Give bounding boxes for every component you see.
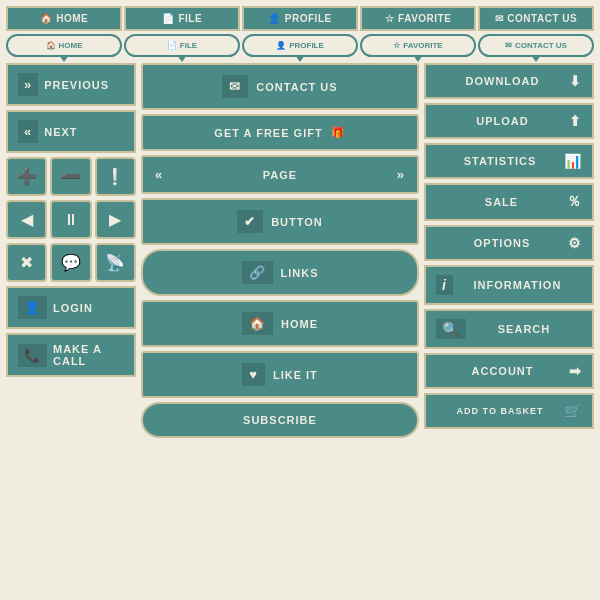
main-area: » PREVIOUS « NEXT ➕ ➖ ❕ ◀ ⏸ ▶ ✖ 💬 📡 👤 LO… bbox=[6, 63, 594, 438]
home-icon: 🏠 bbox=[242, 312, 273, 335]
chevrons-left2-icon: « bbox=[18, 120, 38, 143]
star-icon: ☆ bbox=[393, 41, 400, 50]
mid-column: ✉ CONTACT US GET A FREE GIFT 🎁 « PAGE » … bbox=[141, 63, 419, 438]
page-prev-icon: « bbox=[155, 167, 163, 182]
profile-icon: 👤 bbox=[276, 41, 286, 50]
nav-file[interactable]: 📄 FILE bbox=[124, 6, 240, 31]
login-button[interactable]: 👤 LOGIN bbox=[6, 286, 136, 329]
file-icon: 📄 bbox=[167, 41, 177, 50]
bubble-profile[interactable]: 👤 PROFILE bbox=[242, 34, 358, 57]
heart-icon: ♥ bbox=[242, 363, 265, 386]
add-button[interactable]: ➕ bbox=[6, 157, 47, 196]
pause-button[interactable]: ⏸ bbox=[50, 200, 91, 239]
icon-grid-bot: ✖ 💬 📡 bbox=[6, 243, 136, 282]
contact-us-button[interactable]: ✉ CONTACT US bbox=[141, 63, 419, 110]
make-call-button[interactable]: 📞 MAKE A CALL bbox=[6, 333, 136, 377]
download-button[interactable]: DOWNLOAD ⬇ bbox=[424, 63, 594, 99]
nav-contact-us[interactable]: ✉ CONTACT US bbox=[478, 6, 594, 31]
rss-button[interactable]: 📡 bbox=[95, 243, 136, 282]
nav-row-1: 🏠 HOME 📄 FILE 👤 PROFILE ☆ FAVORITE ✉ CON… bbox=[6, 6, 594, 31]
links-button[interactable]: 🔗 LINKS bbox=[141, 249, 419, 296]
play-button[interactable]: ▶ bbox=[95, 200, 136, 239]
upload-icon: ⬆ bbox=[569, 113, 582, 129]
upload-button[interactable]: UPLOAD ⬆ bbox=[424, 103, 594, 139]
download-icon: ⬇ bbox=[569, 73, 582, 89]
chart-icon: 📊 bbox=[564, 153, 582, 169]
bubble-home[interactable]: 🏠 HOME bbox=[6, 34, 122, 57]
page-next-icon: » bbox=[397, 167, 405, 182]
phone-icon: 📞 bbox=[18, 344, 47, 367]
subscribe-button[interactable]: SUBSCRIBE bbox=[141, 402, 419, 438]
minus-button[interactable]: ➖ bbox=[50, 157, 91, 196]
chevrons-left-icon: » bbox=[18, 73, 38, 96]
home-icon: 🏠 bbox=[40, 13, 53, 24]
nav-home[interactable]: 🏠 HOME bbox=[6, 6, 122, 31]
chat-button[interactable]: 💬 bbox=[50, 243, 91, 282]
user-icon: 👤 bbox=[18, 296, 47, 319]
sale-button[interactable]: SALE ％ bbox=[424, 183, 594, 221]
free-gift-button[interactable]: GET A FREE GIFT 🎁 bbox=[141, 114, 419, 151]
close-button[interactable]: ✖ bbox=[6, 243, 47, 282]
bubble-file[interactable]: 📄 FILE bbox=[124, 34, 240, 57]
icon-grid-top: ➕ ➖ ❕ bbox=[6, 157, 136, 196]
information-button[interactable]: i INFORMATION bbox=[424, 265, 594, 305]
file-icon: 📄 bbox=[162, 13, 175, 24]
email-icon: ✉ bbox=[222, 75, 248, 98]
right-column: DOWNLOAD ⬇ UPLOAD ⬆ STATISTICS 📊 SALE ％ … bbox=[424, 63, 594, 438]
left-column: » PREVIOUS « NEXT ➕ ➖ ❕ ◀ ⏸ ▶ ✖ 💬 📡 👤 LO… bbox=[6, 63, 136, 438]
link-icon: 🔗 bbox=[242, 261, 273, 284]
percent-icon: ％ bbox=[567, 193, 582, 211]
nav-favorite[interactable]: ☆ FAVORITE bbox=[360, 6, 476, 31]
bubble-favorite[interactable]: ☆ FAVORITE bbox=[360, 34, 476, 57]
next-button[interactable]: « NEXT bbox=[6, 110, 136, 153]
nav-profile[interactable]: 👤 PROFILE bbox=[242, 6, 358, 31]
nav-row-2: 🏠 HOME 📄 FILE 👤 PROFILE ☆ FAVORITE ✉ CON… bbox=[6, 34, 594, 57]
button-btn[interactable]: ✔ BUTTON bbox=[141, 198, 419, 245]
search-icon: 🔍 bbox=[436, 319, 466, 339]
home-icon: 🏠 bbox=[46, 41, 56, 50]
add-to-basket-button[interactable]: ADD TO BASKET 🛒 bbox=[424, 393, 594, 429]
profile-icon: 👤 bbox=[268, 13, 281, 24]
star-icon: ☆ bbox=[385, 13, 395, 24]
home-button[interactable]: 🏠 HOME bbox=[141, 300, 419, 347]
like-it-button[interactable]: ♥ LIKE IT bbox=[141, 351, 419, 398]
basket-icon: 🛒 bbox=[564, 403, 582, 419]
search-button[interactable]: 🔍 SEARCH bbox=[424, 309, 594, 349]
icon-grid-mid: ◀ ⏸ ▶ bbox=[6, 200, 136, 239]
arrow-right-icon: ➡ bbox=[569, 363, 582, 379]
check-icon: ✔ bbox=[237, 210, 263, 233]
email-icon: ✉ bbox=[495, 13, 504, 24]
bubble-contact[interactable]: ✉ CONTACT US bbox=[478, 34, 594, 57]
alert-button[interactable]: ❕ bbox=[95, 157, 136, 196]
gear-icon: ⚙ bbox=[568, 235, 582, 251]
options-button[interactable]: OPTIONS ⚙ bbox=[424, 225, 594, 261]
info-icon: i bbox=[436, 275, 453, 295]
gift-icon: 🎁 bbox=[331, 126, 346, 139]
account-button[interactable]: ACCOUNT ➡ bbox=[424, 353, 594, 389]
email-icon: ✉ bbox=[505, 41, 512, 50]
page-button[interactable]: « PAGE » bbox=[141, 155, 419, 194]
previous-button[interactable]: » PREVIOUS bbox=[6, 63, 136, 106]
rewind-button[interactable]: ◀ bbox=[6, 200, 47, 239]
statistics-button[interactable]: STATISTICS 📊 bbox=[424, 143, 594, 179]
